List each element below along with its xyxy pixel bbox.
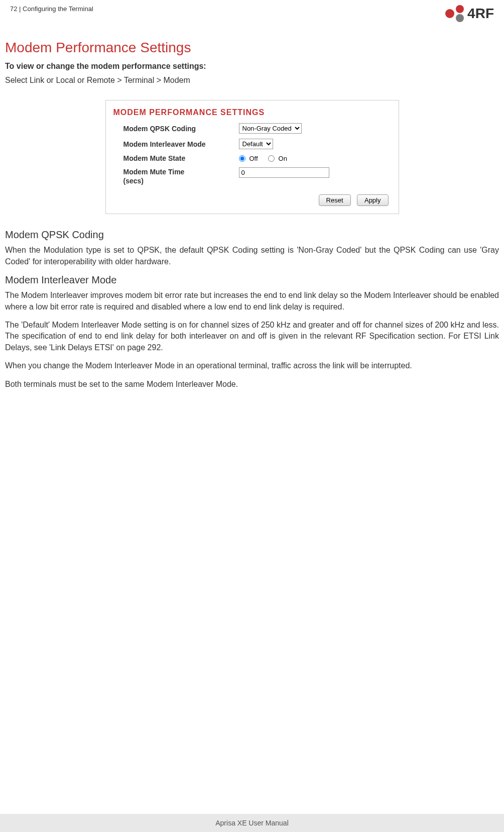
interleaver-section-title: Modem Interleaver Mode: [5, 274, 499, 286]
interleaver-p4: Both terminals must be set to the same M…: [5, 379, 499, 390]
interleaver-p2: The 'Default' Modem Interleaver Mode set…: [5, 320, 499, 353]
page-subtitle: To view or change the modem performance …: [5, 62, 499, 71]
main-content: Modem Performance Settings To view or ch…: [0, 25, 504, 390]
apply-button[interactable]: Apply: [357, 194, 389, 206]
footer-text: Aprisa XE User Manual: [215, 819, 289, 827]
qpsk-section-title: Modem QPSK Coding: [5, 229, 499, 241]
logo-text: 4RF: [467, 6, 494, 22]
company-logo: 4RF: [445, 5, 494, 22]
panel-title: MODEM PERFORMANCE SETTINGS: [113, 108, 389, 117]
mute-time-input[interactable]: [239, 167, 329, 178]
settings-panel: MODEM PERFORMANCE SETTINGS Modem QPSK Co…: [105, 100, 399, 214]
panel-buttons: Reset Apply: [113, 194, 389, 206]
nav-path: Select Link or Local or Remote > Termina…: [5, 76, 499, 85]
qpsk-section-text: When the Modulation type is set to QPSK,…: [5, 245, 499, 267]
mute-time-row: Modem Mute Time (secs): [123, 167, 389, 185]
mute-state-row: Modem Mute State Off On: [123, 154, 389, 162]
interleaver-mode-row: Modem Interleaver Mode Default: [123, 139, 389, 149]
logo-dot-gray-icon: [456, 14, 464, 22]
page-number: 72: [10, 5, 17, 13]
section-name: Configuring the Terminal: [23, 5, 93, 13]
mute-state-radio-group: Off On: [239, 155, 293, 162]
mute-off-label: Off: [249, 155, 258, 162]
mute-on-label: On: [279, 155, 287, 162]
mute-time-label: Modem Mute Time (secs): [123, 167, 239, 185]
interleaver-p1: The Modem Interleaver improves modem bit…: [5, 290, 499, 313]
logo-dot-red-icon: [456, 5, 464, 13]
page-header: 72 | Configuring the Terminal 4RF: [0, 0, 504, 25]
page-footer: Aprisa XE User Manual: [0, 814, 504, 832]
interleaver-mode-label: Modem Interleaver Mode: [123, 140, 239, 148]
mute-on-radio[interactable]: [268, 155, 275, 162]
page-info: 72 | Configuring the Terminal: [10, 5, 93, 13]
logo-dot-red-icon: [445, 9, 454, 18]
interleaver-p3: When you change the Modem Interleaver Mo…: [5, 360, 499, 371]
mute-off-radio[interactable]: [239, 155, 245, 162]
qpsk-coding-label: Modem QPSK Coding: [123, 125, 239, 133]
mute-state-label: Modem Mute State: [123, 154, 239, 162]
qpsk-coding-select[interactable]: Non-Gray Coded: [239, 123, 302, 134]
reset-button[interactable]: Reset: [319, 194, 351, 206]
interleaver-mode-select[interactable]: Default: [239, 139, 273, 149]
page-title: Modem Performance Settings: [5, 40, 499, 56]
qpsk-coding-row: Modem QPSK Coding Non-Gray Coded: [123, 123, 389, 134]
